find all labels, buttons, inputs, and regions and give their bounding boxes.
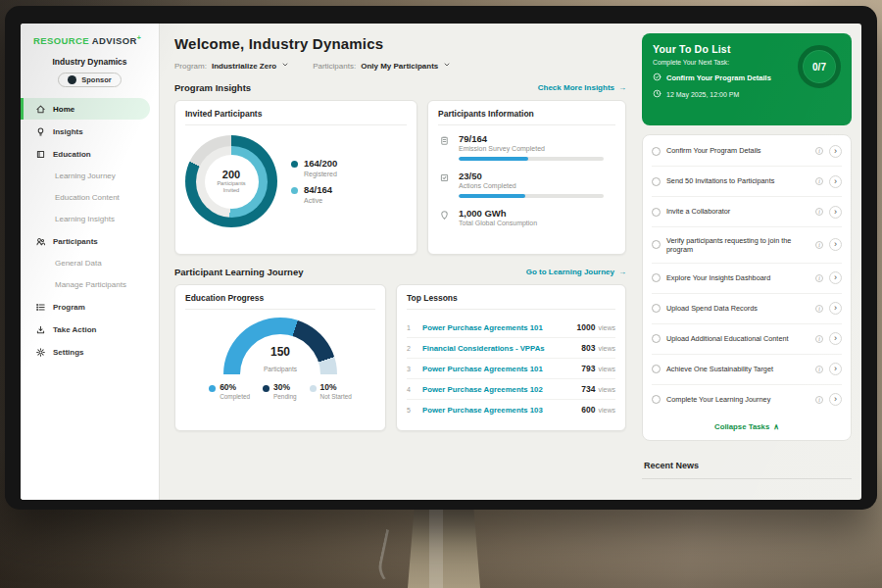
lesson-row: 4 Power Purchase Agreements 102 734views	[407, 379, 615, 400]
task-row[interactable]: Upload Additional Educational Content i …	[652, 324, 842, 355]
sidebar-item-home[interactable]: Home	[21, 98, 150, 120]
task-checkbox[interactable]	[652, 240, 661, 249]
task-row[interactable]: Upload Spend Data Records i ›	[652, 294, 842, 324]
info-icon[interactable]: i	[815, 305, 823, 313]
info-icon[interactable]: i	[815, 208, 823, 216]
education-progress-card: Education Progress 150 Participants	[174, 284, 386, 431]
page-title: Welcome, Industry Dynamics	[174, 35, 626, 52]
main-content: Welcome, Industry Dynamics Program: Indu…	[160, 24, 638, 500]
sidebar-item-take-action[interactable]: Take Action	[21, 318, 159, 340]
task-row[interactable]: Explore Your Insights Dashboard i ›	[652, 264, 842, 294]
desk-background: RESOURCE ADVISOR+ Industry Dynamics Spon…	[0, 0, 882, 588]
lesson-link[interactable]: Financial Considerations - VPPAs	[422, 344, 570, 353]
sidebar-item-participants[interactable]: Participants	[21, 230, 159, 252]
sidebar-item-settings[interactable]: Settings	[21, 341, 159, 363]
emission-survey-row: 79/164 Emission Survey Completed	[438, 133, 615, 161]
check-more-insights-link[interactable]: Check More Insights →	[538, 83, 626, 92]
task-checkbox[interactable]	[652, 304, 661, 313]
task-row[interactable]: Complete Your Learning Journey i ›	[652, 385, 842, 415]
participants-filter-dropdown[interactable]: Participants: Only My Participants	[313, 61, 451, 71]
invited-participants-card: Invited Participants 200 Participants In…	[174, 100, 417, 255]
clipboard-icon	[438, 133, 450, 146]
info-icon[interactable]: i	[815, 241, 823, 249]
screen: RESOURCE ADVISOR+ Industry Dynamics Spon…	[21, 24, 861, 500]
legend-dot	[263, 385, 270, 392]
task-checkbox[interactable]	[652, 177, 661, 186]
actions-progress-bar	[459, 194, 604, 198]
sidebar-item-education-content[interactable]: Education Content	[21, 187, 159, 208]
education-gauge: 150 Participants	[223, 318, 337, 374]
participants-information-card: Participants Information 79/164 Emission…	[427, 100, 626, 255]
app-logo: RESOURCE ADVISOR+	[21, 34, 159, 46]
sponsor-avatar-icon	[68, 75, 76, 84]
recent-news-header: Recent News	[642, 450, 852, 479]
sidebar-item-learning-insights[interactable]: Learning Insights	[21, 209, 159, 229]
info-icon[interactable]: i	[815, 396, 823, 404]
education-gauge-center: 150 Participants	[223, 346, 337, 374]
chevron-right-icon[interactable]: ›	[829, 145, 842, 158]
people-icon	[35, 236, 46, 247]
check-circle-icon	[653, 73, 662, 83]
sidebar-item-manage-participants[interactable]: Manage Participants	[21, 274, 159, 295]
arrow-right-icon: →	[618, 268, 626, 276]
sponsor-label: Sponsor	[81, 75, 111, 84]
collapse-tasks-button[interactable]: Collapse Tasks ∧	[652, 415, 842, 439]
go-to-learning-journey-link[interactable]: Go to Learning Journey →	[526, 268, 626, 276]
info-icon[interactable]: i	[815, 274, 823, 282]
list-icon	[35, 302, 46, 313]
lesson-row: 1 Power Purchase Agreements 101 1000view…	[407, 318, 615, 338]
info-icon[interactable]: i	[815, 335, 823, 343]
info-icon[interactable]: i	[815, 177, 823, 185]
chevron-right-icon[interactable]: ›	[829, 393, 842, 406]
arrow-right-icon: →	[618, 83, 626, 92]
task-row[interactable]: Invite a Collaborator i ›	[652, 197, 842, 227]
chevron-right-icon[interactable]: ›	[829, 206, 842, 219]
sidebar-nav: Home Insights Education Learning Journey	[21, 97, 159, 364]
task-checkbox[interactable]	[652, 365, 661, 373]
invited-donut-active-ring: 200 Participants Invited	[196, 146, 268, 218]
lesson-link[interactable]: Power Purchase Agreements 101	[422, 365, 570, 373]
task-row[interactable]: Send 50 Invitations to Participants i ›	[652, 167, 842, 197]
monitor-bezel: RESOURCE ADVISOR+ Industry Dynamics Spon…	[5, 6, 877, 510]
chevron-right-icon[interactable]: ›	[829, 271, 842, 284]
task-checkbox[interactable]	[652, 273, 661, 282]
program-filter-dropdown[interactable]: Program: Industrialize Zero	[174, 61, 289, 71]
sidebar-item-general-data[interactable]: General Data	[21, 253, 159, 273]
todo-progress-ring: 0/7	[798, 45, 841, 88]
chevron-right-icon[interactable]: ›	[829, 175, 842, 188]
lightbulb-icon	[35, 126, 46, 137]
task-checkbox[interactable]	[652, 334, 661, 343]
invited-donut-registered-ring: 200 Participants Invited	[185, 135, 277, 227]
task-row[interactable]: Verify participants requesting to join t…	[652, 227, 842, 264]
sidebar-item-insights[interactable]: Insights	[21, 121, 159, 142]
sidebar-item-learning-journey[interactable]: Learning Journey	[21, 166, 159, 186]
task-checkbox[interactable]	[652, 395, 661, 404]
chevron-right-icon[interactable]: ›	[829, 363, 842, 375]
sidebar-item-program[interactable]: Program	[21, 296, 159, 318]
task-row[interactable]: Confirm Your Program Details i ›	[652, 136, 842, 167]
todo-tasks-card: Confirm Your Program Details i › Send 50…	[642, 134, 852, 441]
info-icon[interactable]: i	[815, 147, 823, 155]
clock-icon	[653, 89, 662, 99]
education-legend: 60% Completed 30% Pending 10%	[185, 383, 375, 400]
todo-next-task: Confirm Your Program Details	[653, 73, 791, 83]
task-row[interactable]: Achieve One Sustainability Target i ›	[652, 355, 842, 385]
chevron-down-icon	[443, 61, 451, 71]
lesson-link[interactable]: Power Purchase Agreements 103	[422, 406, 570, 415]
legend-item-registered: 164/200 Registered	[291, 159, 337, 177]
chevron-right-icon[interactable]: ›	[829, 238, 842, 251]
info-icon[interactable]: i	[815, 366, 823, 373]
task-checkbox[interactable]	[652, 208, 661, 217]
lesson-row: 2 Financial Considerations - VPPAs 803vi…	[407, 338, 615, 359]
insights-cards-row: Invited Participants 200 Participants In…	[174, 100, 626, 255]
program-insights-header: Program Insights Check More Insights →	[174, 82, 626, 93]
todo-subtitle: Complete Your Next Task:	[653, 59, 791, 66]
task-checkbox[interactable]	[652, 147, 661, 156]
logo-advisor: ADVISOR	[92, 35, 137, 46]
sponsor-badge[interactable]: Sponsor	[58, 73, 121, 87]
lesson-link[interactable]: Power Purchase Agreements 101	[422, 323, 566, 332]
chevron-right-icon[interactable]: ›	[829, 332, 842, 345]
lesson-link[interactable]: Power Purchase Agreements 102	[422, 385, 570, 394]
sidebar-item-education[interactable]: Education	[21, 143, 159, 165]
chevron-right-icon[interactable]: ›	[829, 302, 842, 315]
